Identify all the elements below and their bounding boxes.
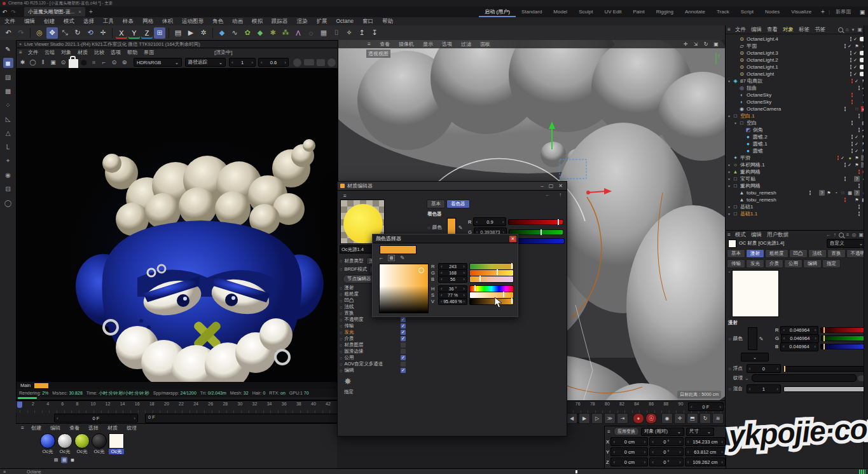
material-item[interactable]: Oc光 bbox=[92, 433, 107, 454]
redo-small-icon[interactable]: ↷ bbox=[9, 6, 18, 18]
menu-item[interactable]: 选择 bbox=[79, 17, 99, 25]
keyframe-icon[interactable]: ◉ bbox=[661, 413, 673, 424]
object-name[interactable]: OctaneCamera bbox=[747, 106, 781, 112]
samples-spinner[interactable]: ‹1› bbox=[229, 58, 256, 67]
material-channel-row[interactable]: ○公用✓ bbox=[340, 355, 410, 361]
brush-tool-icon[interactable]: ✎ bbox=[3, 44, 13, 54]
viewport-menu-item[interactable]: 显示 bbox=[418, 40, 437, 48]
search-icon[interactable] bbox=[838, 27, 843, 32]
attribute-tab-法线[interactable]: 法线 bbox=[808, 249, 827, 258]
record-icon[interactable]: ● bbox=[633, 413, 644, 424]
channel-name[interactable]: 置换 bbox=[345, 310, 354, 316]
material-channel-row[interactable]: ○编辑✓ bbox=[340, 367, 410, 374]
channel-slider[interactable] bbox=[821, 335, 867, 341]
camera-button[interactable] bbox=[317, 59, 325, 66]
hamburger-icon[interactable]: ≡ bbox=[726, 231, 733, 239]
enable-check[interactable]: ✓ bbox=[855, 142, 860, 147]
object-row[interactable]: ▾○体积网格.1✓⚑? bbox=[726, 161, 868, 168]
expand-icon[interactable]: ⌐ bbox=[380, 255, 383, 261]
attribute-tab-基本[interactable]: 基本 bbox=[727, 249, 745, 258]
move-icon[interactable]: ✥ bbox=[46, 27, 58, 39]
zoom-view-icon[interactable]: ⇲ bbox=[692, 41, 699, 48]
object-name[interactable]: 圆锥.1 bbox=[753, 140, 768, 147]
visibility-dots[interactable] bbox=[844, 176, 846, 182]
settings-icon[interactable]: ✱ bbox=[18, 57, 27, 67]
panel-icon[interactable]: ▣ bbox=[858, 232, 864, 238]
object-row[interactable]: ▾▲重构网格✕ bbox=[726, 168, 868, 175]
tweak-mode-icon[interactable]: L bbox=[3, 142, 13, 152]
back-icon[interactable]: ← bbox=[826, 232, 831, 238]
channel-spinner[interactable]: ‹0.046964› bbox=[780, 326, 818, 335]
channel-name[interactable]: AOV自定义多通道 bbox=[345, 361, 383, 367]
enable-check[interactable]: ✓ bbox=[853, 37, 858, 42]
layout-tab-5[interactable]: UV Edit bbox=[598, 7, 627, 17]
fields-icon[interactable]: ✱ bbox=[267, 27, 279, 39]
float-slider[interactable] bbox=[783, 366, 867, 372]
object-name[interactable]: 87 电商款 bbox=[740, 78, 762, 85]
menu-item[interactable]: 运动图形 bbox=[177, 17, 208, 25]
channel-checkbox[interactable]: ✓ bbox=[401, 368, 406, 373]
axis-x-icon[interactable]: X bbox=[116, 27, 127, 39]
menu-item[interactable]: Octane bbox=[332, 17, 358, 25]
channel-name[interactable]: 圆滑边缘 bbox=[345, 348, 364, 355]
q-tag-icon[interactable]: ? bbox=[819, 190, 825, 196]
visibility-dots[interactable] bbox=[851, 141, 853, 147]
current-frame-spinner[interactable]: ‹0 F› bbox=[54, 414, 138, 423]
menu-item[interactable]: 窗口 bbox=[358, 17, 378, 25]
flag-tag-icon[interactable]: ⚑ bbox=[854, 197, 860, 203]
close-tab-icon[interactable]: × bbox=[78, 9, 81, 15]
new-tab-button[interactable]: + bbox=[89, 8, 93, 15]
attribute-menu-item[interactable]: 编辑 bbox=[748, 231, 764, 239]
viewport-menu-item[interactable]: 选项 bbox=[437, 40, 457, 48]
visibility-dots[interactable] bbox=[851, 134, 853, 140]
volume-icon[interactable]: ◆ bbox=[254, 27, 266, 39]
channel-name[interactable]: 不透明度 bbox=[345, 316, 364, 323]
material-item[interactable]: Oc光 bbox=[57, 433, 72, 454]
texture-field[interactable] bbox=[752, 374, 857, 382]
back-icon[interactable]: ← bbox=[545, 192, 550, 198]
object-name[interactable]: 空白.1 bbox=[740, 112, 755, 119]
preview-expander-icon[interactable]: ⌄ bbox=[727, 269, 731, 274]
download-icon[interactable]: ↧ bbox=[369, 27, 380, 39]
pick-object-icon[interactable]: ⊚ bbox=[120, 57, 129, 67]
target-icon[interactable]: ◎ bbox=[851, 232, 856, 238]
enable-check[interactable]: ✓ bbox=[853, 72, 858, 77]
visibility-dots[interactable] bbox=[851, 148, 853, 154]
attribute-tab-粗糙度[interactable]: 粗糙度 bbox=[765, 249, 789, 258]
layout-tab-1[interactable]: 启动 (用户) bbox=[479, 7, 516, 17]
picker-gradient-slider[interactable] bbox=[469, 292, 514, 299]
flag-tag-icon[interactable]: ⚑ bbox=[854, 162, 860, 168]
object-row[interactable]: ⊙OctaneLight.4✓ bbox=[726, 36, 868, 43]
snap-icon[interactable]: ◉ bbox=[3, 170, 13, 180]
visibility-dots[interactable] bbox=[850, 57, 852, 63]
object-row[interactable]: ▲tobu_remesh⚑▩ bbox=[726, 196, 868, 203]
visibility-dots[interactable] bbox=[858, 183, 860, 189]
channel-slider[interactable] bbox=[820, 344, 867, 349]
uv-tag-icon[interactable]: ▩ bbox=[847, 190, 853, 196]
next-frame-icon[interactable]: ▷ bbox=[591, 413, 603, 424]
object-row[interactable]: ▾□空白.1 bbox=[726, 112, 868, 119]
node-editor-button[interactable]: 节点编辑器 bbox=[343, 274, 376, 283]
material-editor-titlebar[interactable]: 材质编辑器 – ▢ ✕ bbox=[338, 182, 567, 191]
phong-tag-icon[interactable]: ◔ bbox=[833, 190, 839, 196]
record-parameter-icon[interactable]: ≋ bbox=[712, 413, 724, 424]
mix-spinner[interactable]: ‹1› bbox=[747, 384, 781, 393]
film-icon[interactable]: ⊙ bbox=[59, 57, 68, 67]
object-row[interactable]: ⊙OctaneLight.1✓ bbox=[726, 64, 868, 71]
attribute-tab-编辑[interactable]: 编辑 bbox=[803, 259, 822, 268]
hamburger-icon[interactable]: ≡ bbox=[606, 428, 612, 436]
subdivision-icon[interactable]: ✿ bbox=[242, 27, 253, 39]
position-spinner[interactable]: ‹0 cm› bbox=[610, 457, 648, 466]
render-view-icon[interactable]: ▤ bbox=[172, 27, 184, 39]
filter-icon[interactable]: ≡ bbox=[846, 232, 850, 238]
visibility-dots[interactable] bbox=[850, 64, 852, 70]
menu-item[interactable]: 渲染 bbox=[293, 17, 312, 25]
workplane-icon[interactable]: ⊞ bbox=[154, 27, 165, 39]
play-icon[interactable]: ▶ bbox=[579, 413, 590, 424]
coordinate-icon[interactable]: ✛ bbox=[97, 27, 109, 39]
coordinate-space-dropdown[interactable]: 对象 (相对)⌄ bbox=[641, 428, 684, 436]
material-manager-menu-item[interactable]: 材质 bbox=[103, 424, 122, 432]
uv-mode-icon[interactable]: ▩ bbox=[3, 86, 13, 96]
attribute-tab-漫射[interactable]: 漫射 bbox=[746, 249, 764, 258]
picker-gradient-slider[interactable] bbox=[469, 263, 514, 270]
